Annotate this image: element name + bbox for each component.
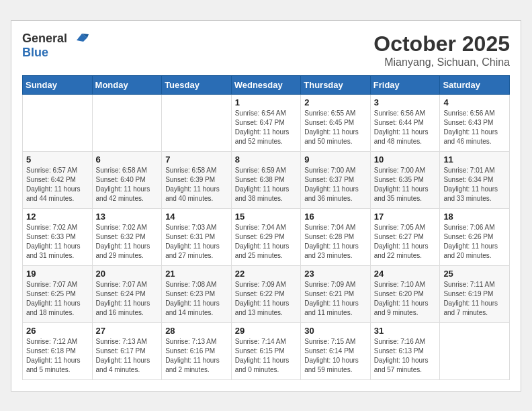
day-number: 21 (165, 269, 228, 279)
day-info: Sunrise: 7:10 AMSunset: 6:20 PMDaylight:… (374, 280, 437, 318)
day-cell: 23Sunrise: 7:09 AMSunset: 6:21 PMDayligh… (301, 265, 371, 322)
weekday-friday: Friday (370, 75, 440, 94)
day-cell (23, 94, 93, 151)
day-number: 4 (443, 97, 506, 107)
day-cell: 1Sunrise: 6:54 AMSunset: 6:47 PMDaylight… (231, 94, 301, 151)
day-info: Sunrise: 7:08 AMSunset: 6:23 PMDaylight:… (165, 280, 228, 318)
day-number: 31 (374, 326, 437, 336)
calendar-container: General Blue October 2025 Mianyang, Sich… (11, 20, 521, 392)
location-title: Mianyang, Sichuan, China (373, 56, 510, 68)
day-number: 17 (374, 212, 437, 222)
day-info: Sunrise: 7:07 AMSunset: 6:25 PMDaylight:… (26, 280, 89, 318)
day-number: 25 (443, 269, 506, 279)
day-number: 23 (304, 269, 367, 279)
day-number: 1 (235, 97, 298, 107)
week-row-1: 1Sunrise: 6:54 AMSunset: 6:47 PMDaylight… (23, 94, 510, 151)
day-cell: 20Sunrise: 7:07 AMSunset: 6:24 PMDayligh… (92, 265, 162, 322)
day-cell: 21Sunrise: 7:08 AMSunset: 6:23 PMDayligh… (162, 265, 232, 322)
day-info: Sunrise: 7:09 AMSunset: 6:21 PMDaylight:… (304, 280, 367, 318)
day-number: 24 (374, 269, 437, 279)
day-info: Sunrise: 7:09 AMSunset: 6:22 PMDaylight:… (235, 280, 298, 318)
day-cell (440, 322, 510, 379)
day-info: Sunrise: 7:11 AMSunset: 6:19 PMDaylight:… (443, 280, 506, 318)
day-cell: 10Sunrise: 7:00 AMSunset: 6:35 PMDayligh… (370, 151, 440, 208)
day-cell: 31Sunrise: 7:16 AMSunset: 6:13 PMDayligh… (370, 322, 440, 379)
day-cell: 5Sunrise: 6:57 AMSunset: 6:42 PMDaylight… (23, 151, 93, 208)
weekday-sunday: Sunday (23, 75, 93, 94)
day-number: 5 (26, 154, 89, 165)
day-number: 28 (165, 326, 228, 336)
day-info: Sunrise: 7:04 AMSunset: 6:29 PMDaylight:… (235, 223, 298, 261)
day-cell: 26Sunrise: 7:12 AMSunset: 6:18 PMDayligh… (23, 322, 93, 379)
day-info: Sunrise: 7:12 AMSunset: 6:18 PMDaylight:… (26, 337, 89, 375)
day-info: Sunrise: 6:57 AMSunset: 6:42 PMDaylight:… (26, 166, 89, 203)
day-number: 29 (235, 326, 298, 336)
day-info: Sunrise: 6:58 AMSunset: 6:40 PMDaylight:… (96, 166, 159, 203)
day-cell: 6Sunrise: 6:58 AMSunset: 6:40 PMDaylight… (92, 151, 162, 208)
day-number: 2 (304, 97, 367, 107)
day-cell: 16Sunrise: 7:04 AMSunset: 6:28 PMDayligh… (301, 208, 371, 265)
day-number: 3 (374, 97, 437, 107)
day-number: 13 (96, 212, 159, 222)
day-cell: 12Sunrise: 7:02 AMSunset: 6:33 PMDayligh… (23, 208, 93, 265)
day-cell: 17Sunrise: 7:05 AMSunset: 6:27 PMDayligh… (370, 208, 440, 265)
week-row-3: 12Sunrise: 7:02 AMSunset: 6:33 PMDayligh… (23, 208, 510, 265)
day-cell: 2Sunrise: 6:55 AMSunset: 6:45 PMDaylight… (301, 94, 371, 151)
day-info: Sunrise: 7:01 AMSunset: 6:34 PMDaylight:… (443, 166, 506, 203)
day-info: Sunrise: 7:02 AMSunset: 6:33 PMDaylight:… (26, 223, 89, 261)
title-section: October 2025 Mianyang, Sichuan, China (373, 32, 510, 68)
weekday-wednesday: Wednesday (231, 75, 301, 94)
logo-bird-icon (70, 32, 90, 44)
logo-general: General (22, 32, 67, 46)
logo-blue: Blue (22, 46, 48, 60)
calendar-grid: SundayMondayTuesdayWednesdayThursdayFrid… (22, 75, 510, 380)
weekday-saturday: Saturday (440, 75, 510, 94)
day-cell: 24Sunrise: 7:10 AMSunset: 6:20 PMDayligh… (370, 265, 440, 322)
day-cell: 13Sunrise: 7:02 AMSunset: 6:32 PMDayligh… (92, 208, 162, 265)
day-cell: 15Sunrise: 7:04 AMSunset: 6:29 PMDayligh… (231, 208, 301, 265)
logo: General Blue (22, 32, 90, 60)
day-info: Sunrise: 7:06 AMSunset: 6:26 PMDaylight:… (443, 223, 506, 261)
day-number: 26 (26, 326, 89, 336)
day-cell: 30Sunrise: 7:15 AMSunset: 6:14 PMDayligh… (301, 322, 371, 379)
day-info: Sunrise: 7:13 AMSunset: 6:16 PMDaylight:… (165, 337, 228, 375)
day-cell: 18Sunrise: 7:06 AMSunset: 6:26 PMDayligh… (440, 208, 510, 265)
day-number: 30 (304, 326, 367, 336)
day-number: 7 (165, 154, 228, 165)
week-row-5: 26Sunrise: 7:12 AMSunset: 6:18 PMDayligh… (23, 322, 510, 379)
day-info: Sunrise: 6:56 AMSunset: 6:44 PMDaylight:… (374, 109, 437, 146)
day-cell: 25Sunrise: 7:11 AMSunset: 6:19 PMDayligh… (440, 265, 510, 322)
day-cell: 4Sunrise: 6:56 AMSunset: 6:43 PMDaylight… (440, 94, 510, 151)
day-info: Sunrise: 6:58 AMSunset: 6:39 PMDaylight:… (165, 166, 228, 203)
day-info: Sunrise: 6:55 AMSunset: 6:45 PMDaylight:… (304, 109, 367, 146)
day-number: 19 (26, 269, 89, 279)
day-cell: 27Sunrise: 7:13 AMSunset: 6:17 PMDayligh… (92, 322, 162, 379)
month-title: October 2025 (373, 32, 510, 56)
day-info: Sunrise: 7:15 AMSunset: 6:14 PMDaylight:… (304, 337, 367, 375)
week-row-4: 19Sunrise: 7:07 AMSunset: 6:25 PMDayligh… (23, 265, 510, 322)
day-cell: 8Sunrise: 6:59 AMSunset: 6:38 PMDaylight… (231, 151, 301, 208)
day-number: 6 (96, 154, 159, 165)
weekday-header-row: SundayMondayTuesdayWednesdayThursdayFrid… (23, 75, 510, 94)
day-cell: 9Sunrise: 7:00 AMSunset: 6:37 PMDaylight… (301, 151, 371, 208)
day-number: 9 (304, 154, 367, 165)
day-info: Sunrise: 7:13 AMSunset: 6:17 PMDaylight:… (96, 337, 159, 375)
day-number: 22 (235, 269, 298, 279)
day-info: Sunrise: 6:54 AMSunset: 6:47 PMDaylight:… (235, 109, 298, 146)
day-number: 11 (443, 154, 506, 165)
day-number: 15 (235, 212, 298, 222)
day-number: 14 (165, 212, 228, 222)
day-info: Sunrise: 7:04 AMSunset: 6:28 PMDaylight:… (304, 223, 367, 261)
day-number: 18 (443, 212, 506, 222)
day-info: Sunrise: 6:59 AMSunset: 6:38 PMDaylight:… (235, 166, 298, 203)
day-cell (162, 94, 232, 151)
day-number: 27 (96, 326, 159, 336)
day-cell: 22Sunrise: 7:09 AMSunset: 6:22 PMDayligh… (231, 265, 301, 322)
weekday-tuesday: Tuesday (162, 75, 232, 94)
day-cell: 14Sunrise: 7:03 AMSunset: 6:31 PMDayligh… (162, 208, 232, 265)
day-info: Sunrise: 7:03 AMSunset: 6:31 PMDaylight:… (165, 223, 228, 261)
header-section: General Blue October 2025 Mianyang, Sich… (22, 32, 510, 68)
day-cell: 3Sunrise: 6:56 AMSunset: 6:44 PMDaylight… (370, 94, 440, 151)
day-info: Sunrise: 7:05 AMSunset: 6:27 PMDaylight:… (374, 223, 437, 261)
day-info: Sunrise: 7:00 AMSunset: 6:35 PMDaylight:… (374, 166, 437, 203)
